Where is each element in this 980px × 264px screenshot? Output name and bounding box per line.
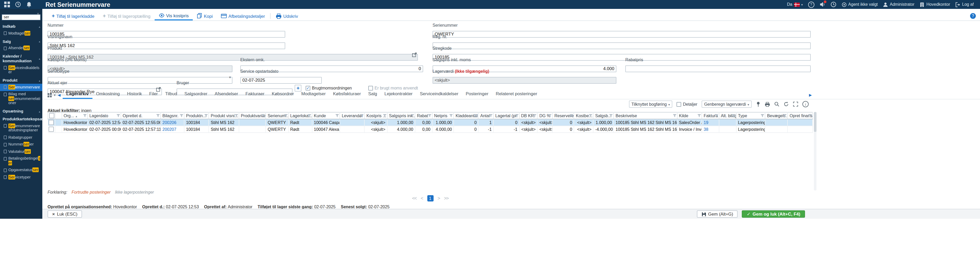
column-header-rabat[interactable]: Rabat: [415, 112, 432, 119]
tab-salg[interactable]: Salg: [364, 90, 381, 99]
tab-fakturaer[interactable]: Fakturaer: [242, 90, 268, 99]
tab-relateret-posteringer[interactable]: Relateret posteringer: [492, 90, 541, 99]
sidebar-section-salg[interactable]: Salg▴: [0, 37, 42, 45]
sidebar-section-produktkartotekops-tning[interactable]: Produktkartotekopsætning▴: [0, 115, 42, 122]
filter-icon[interactable]: [360, 114, 364, 119]
sidebar-search-input[interactable]: [2, 14, 41, 20]
close-button[interactable]: × Luk (ESC): [48, 210, 82, 218]
goto-product-icon[interactable]: [412, 52, 417, 57]
column-header-lagerloka[interactable]: Lagerloka...: [288, 112, 312, 119]
filter-icon[interactable]: [410, 114, 414, 119]
help-icon[interactable]: ?: [808, 1, 815, 8]
filter-icon[interactable]: [808, 114, 812, 119]
tab-k-bsfakturaer[interactable]: Købsfakturaer: [329, 90, 364, 99]
filter-icon[interactable]: [489, 114, 493, 119]
link-cell[interactable]: 19: [704, 120, 708, 125]
toolbar-button-afbetalingsdetaljer[interactable]: Afbetalingsdetaljer: [217, 12, 269, 20]
scroll-tabs-right-icon[interactable]: ▶: [809, 93, 812, 97]
column-header-db-kr[interactable]: DB KR.: [519, 112, 538, 119]
filter-icon[interactable]: [428, 114, 431, 119]
filter-icon[interactable]: [697, 114, 701, 119]
grid-vertical-scrollbar[interactable]: [814, 112, 816, 190]
next-page-button[interactable]: >: [438, 196, 440, 201]
filter-icon[interactable]: [308, 114, 311, 119]
select-all-checkbox[interactable]: [49, 113, 54, 118]
filter-icon[interactable]: [570, 114, 573, 119]
column-header-kilde[interactable]: Kilde: [677, 112, 702, 119]
column-header-kladdeantal[interactable]: Kladdeantal: [454, 112, 479, 119]
tab-salgsordrer[interactable]: Salgsordrer: [181, 90, 211, 99]
company-selector[interactable]: Hovedkontor: [920, 2, 950, 7]
print-grid-icon[interactable]: [765, 102, 770, 107]
sidebar-item-modtagelser[interactable]: Modtagelser: [0, 30, 42, 37]
linked-posting-dropdown[interactable]: Tilknyttet bogføring ▾: [629, 101, 673, 108]
filter-icon[interactable]: [449, 114, 453, 119]
column-header-bilagsnr[interactable]: Bilagsnr.: [161, 112, 184, 119]
filter-icon[interactable]: [589, 114, 593, 119]
sidebar-item-servicetyper[interactable]: Servicetyper: [0, 174, 42, 181]
filter-icon[interactable]: [515, 114, 519, 119]
sidebar-section-indk-b[interactable]: Indkøb▴: [0, 22, 42, 30]
search-icon[interactable]: [774, 101, 780, 107]
filter-icon[interactable]: [761, 114, 765, 119]
tab-historik[interactable]: Historik: [124, 90, 146, 99]
pin-icon[interactable]: [756, 101, 760, 107]
refresh-icon[interactable]: [784, 101, 789, 107]
filter-icon[interactable]: [673, 114, 676, 119]
filter-icon[interactable]: [261, 114, 265, 119]
filter-icon[interactable]: [83, 114, 87, 119]
row-checkbox[interactable]: [49, 126, 54, 132]
column-header-produktvariant[interactable]: Produktvariant: [239, 112, 266, 119]
sidebar-item-serienummervare[interactable]: Serienummervare: [0, 84, 42, 91]
info-icon[interactable]: i: [802, 101, 809, 107]
notifications-bell-icon[interactable]: [26, 2, 32, 7]
filter-icon[interactable]: [116, 114, 120, 119]
filter-icon[interactable]: [284, 114, 288, 119]
filter-icon[interactable]: [156, 114, 160, 119]
toolbar-button-kopi[interactable]: Kopi: [193, 12, 217, 20]
column-header-serienum[interactable]: Serienum...: [266, 112, 288, 119]
filter-icon[interactable]: [533, 114, 537, 119]
filter-icon[interactable]: [383, 114, 386, 119]
last-page-button[interactable]: >>: [444, 196, 449, 201]
column-header-lagertal-pr[interactable]: Lagertal (pr. ...: [493, 112, 519, 119]
tab-posteringer[interactable]: Posteringer: [462, 90, 492, 99]
rabatpris-input[interactable]: [625, 65, 811, 72]
sound-icon[interactable]: [819, 2, 826, 7]
filter-icon[interactable]: [783, 114, 787, 119]
filter-icon[interactable]: [235, 114, 238, 119]
sidebar-section-kalender-kommunikation[interactable]: Kalender / kommunikation▴: [0, 52, 42, 64]
tab-lejekontrakter[interactable]: Lejekontrakter: [381, 90, 416, 99]
save-and-close-button[interactable]: ✓ Gem og luk (Alt+C, F4): [742, 210, 805, 218]
logout-button[interactable]: Log af: [955, 2, 974, 7]
column-header-lagerdato[interactable]: Lagerdato: [88, 112, 121, 119]
tab-modtagelser[interactable]: Modtagelser: [298, 90, 329, 99]
link-cell[interactable]: 200207: [162, 127, 176, 131]
column-header-kostpris[interactable]: Kostpris ...: [364, 112, 387, 119]
column-header-opret-finans[interactable]: Opret finans...: [788, 112, 813, 119]
column-header-leverand-r[interactable]: Leverandør: [340, 112, 364, 119]
current-page[interactable]: 1: [427, 195, 433, 202]
tab-serviceindkaldelser[interactable]: Serviceindkaldelser: [416, 90, 462, 99]
first-page-button[interactable]: <<: [412, 196, 416, 201]
column-header-dg[interactable]: DG %: [538, 112, 553, 119]
apps-menu-icon[interactable]: [4, 2, 10, 7]
filter-icon[interactable]: [205, 114, 208, 119]
column-header-faktura[interactable]: Faktura: [702, 112, 719, 119]
sidebar-item-nummerserier[interactable]: Nummerserier: [0, 141, 42, 148]
table-row[interactable]: Hovedkontor02-07-2025 12:5402-07-2025 12…: [48, 119, 813, 126]
language-selector[interactable]: Da ▾: [787, 2, 803, 7]
filter-icon[interactable]: [180, 114, 183, 119]
toolbar-button-vis-kostpris[interactable]: Vis kostpris: [154, 12, 193, 20]
save-button[interactable]: Gem (Alt+G): [697, 210, 738, 218]
sidebar-item-serienummervareafslutningsplaner[interactable]: Serienummervareafslutningsplaner: [0, 122, 42, 134]
sidebar-section-ops-tning[interactable]: Opsætning▴: [0, 107, 42, 115]
scrollbar-thumb[interactable]: [814, 112, 816, 132]
sidebar-item-serviceindkaldelser[interactable]: Serviceindkaldelser: [0, 64, 42, 76]
filter-icon[interactable]: [474, 114, 478, 119]
sidebar-item-betalingsbetingelser[interactable]: Betalingsbetingelser: [0, 155, 42, 167]
sidebar-item-bilag-med-serienummerrelationer[interactable]: Bilag med serienummerrelationer: [0, 91, 42, 107]
column-header-reserveret[interactable]: Reserveret: [553, 112, 574, 119]
sidebar-item-afsendelser[interactable]: Afsendelser: [0, 45, 42, 52]
column-header-antal[interactable]: Antal: [479, 112, 494, 119]
